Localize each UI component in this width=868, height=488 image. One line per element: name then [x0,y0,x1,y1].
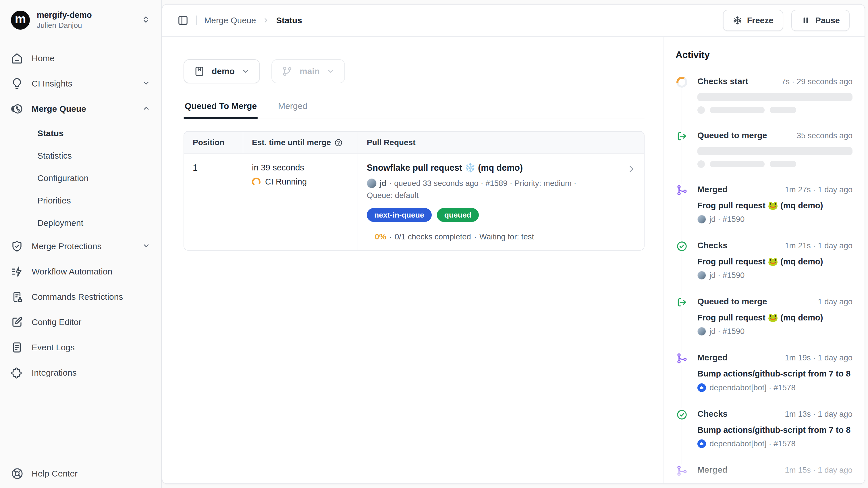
separator: · [474,232,476,241]
activity-item[interactable]: Checks start7s · 29 seconds ago [676,77,852,114]
git-branch-icon [282,66,293,77]
separator: · [389,232,392,241]
pr-queue: Queue: default [367,191,636,200]
chevron-down-icon [327,67,335,75]
help-center-label: Help Center [32,469,78,479]
activity-item[interactable]: Merged1m 27s · 1 day ago Frog pull reque… [676,184,852,224]
divider [196,16,197,25]
author-avatar [698,327,706,336]
tab-merged[interactable]: Merged [277,101,308,118]
org-switcher[interactable]: m mergify-demo Julien Danjou [5,6,156,34]
sidebar-item-merge-queue[interactable]: Merge Queue [5,98,156,120]
activity-byline: dependabot[bot] · #1578 [709,383,796,392]
table-row[interactable]: 1 in 39 seconds CI Running Snowflake pul… [184,154,644,250]
activity-pr-title: Frog pull request 🐸 (mq demo) [698,200,852,211]
pause-label: Pause [815,16,840,25]
sidebar-item-workflow-automation[interactable]: Workflow Automation [5,260,156,283]
queue-table: Position Est. time until merge Pull Requ… [184,131,645,251]
branch-value: main [300,66,320,76]
loading-skeleton [698,147,852,168]
queued-to-merge-icon [676,130,688,143]
activity-byline: jd · #1590 [709,215,744,224]
snowflake-icon [733,16,742,25]
sidebar-item-event-logs[interactable]: Event Logs [5,336,156,359]
sidebar-subitem-status[interactable]: Status [5,123,156,144]
queue-content: demo main Queued To Merge Merged [162,37,663,483]
activity-item[interactable]: Merged1m 19s · 1 day ago Bump actions/gi… [676,353,852,392]
row-expand-chevron-icon[interactable] [626,164,637,174]
shield-check-icon [11,240,23,252]
col-position: Position [193,138,224,147]
sidebar-item-label: Config Editor [32,317,150,327]
row-position: 1 [184,154,243,250]
freeze-label: Freeze [747,16,774,25]
freeze-button[interactable]: Freeze [723,10,783,31]
pause-icon [801,16,810,25]
author-avatar [698,215,706,224]
queue-tabs: Queued To Merge Merged [184,101,645,118]
lifebuoy-icon [11,467,24,480]
row-est-time: in 39 seconds [252,163,349,172]
sidebar-item-ci-insights[interactable]: CI Insights [5,73,156,95]
activity-item[interactable]: Merged1m 15s · 1 day ago Bump actions/se… [676,465,852,483]
sidebar-subitem-priorities[interactable]: Priorities [5,190,156,211]
queued-to-merge-icon [676,296,688,309]
git-merge-icon [676,184,688,197]
topbar: Merge Queue Status Freeze Pause [162,5,865,37]
ci-status: CI Running [265,177,307,186]
sidebar-item-config-editor[interactable]: Config Editor [5,311,156,334]
checks-start-spinner-icon [676,76,688,88]
activity-pr-title: Bump actions/github-script from 7 to 8 [698,425,852,436]
chevron-down-icon [142,79,150,88]
breadcrumb-merge-queue[interactable]: Merge Queue [204,16,256,25]
sidebar-subitem-configuration[interactable]: Configuration [5,168,156,189]
sidebar-item-label: Merge Queue [32,104,133,114]
sidebar-item-merge-protections[interactable]: Merge Protections [5,235,156,258]
sidebar-subitem-statistics[interactable]: Statistics [5,145,156,166]
puzzle-icon [11,367,23,379]
home-icon [11,52,23,64]
sidebar-item-integrations[interactable]: Integrations [5,362,156,384]
col-est-time: Est. time until merge [252,138,331,147]
label-queued[interactable]: queued [437,208,479,222]
help-center-link[interactable]: Help Center [11,467,150,480]
sidebar-item-label: CI Insights [32,79,133,88]
activity-byline: jd · #1590 [709,271,744,280]
sidebar-item-label: Commands Restrictions [32,292,150,302]
activity-item[interactable]: Queued to merge35 seconds ago [676,131,852,168]
activity-item[interactable]: Queued to merge1 day ago Frog pull reque… [676,296,852,336]
activity-item[interactable]: Checks1m 13s · 1 day ago Bump actions/gi… [676,409,852,448]
activity-byline: jd · #1590 [709,327,744,336]
check-circle-icon [676,240,688,253]
branch-select: main [272,59,345,83]
label-next-in-queue[interactable]: next-in-queue [367,208,432,222]
pause-button[interactable]: Pause [791,10,849,31]
activity-panel: Activity Checks start7s · 29 seconds ago [663,37,865,483]
sidebar-item-home[interactable]: Home [5,47,156,69]
sidebar-toggle-icon[interactable] [177,15,189,26]
author-avatar [367,178,377,188]
tab-queued-to-merge[interactable]: Queued To Merge [184,101,258,118]
activity-item[interactable]: Checks1m 21s · 1 day ago Frog pull reque… [676,240,852,280]
dependabot-icon [698,383,706,392]
chevron-right-icon [262,17,270,24]
sidebar-item-commands-restrictions[interactable]: Commands Restrictions [5,286,156,308]
sidebar-subitem-deployment[interactable]: Deployment [5,213,156,233]
col-pull-request: Pull Request [367,138,415,147]
org-user: Julien Danjou [37,21,135,30]
activity-pr-title: Bump actions/github-script from 7 to 8 [698,368,852,379]
git-merge-icon [676,352,688,365]
repository-select[interactable]: demo [184,59,260,83]
loading-skeleton [698,93,852,114]
help-circle-icon[interactable] [334,139,343,147]
repository-value: demo [212,66,235,76]
sidebar-item-label: Event Logs [32,343,150,352]
pr-author: jd [379,177,386,189]
pr-title[interactable]: Snowflake pull request ❄️ (mq demo) [367,163,636,173]
workflow-bolt-icon [11,265,23,278]
edit-icon [11,316,23,328]
sidebar: m mergify-demo Julien Danjou Home CI Ins… [0,0,162,488]
chevron-up-icon [142,104,150,114]
sidebar-nav: Home CI Insights Merge Queue Status Stat… [0,47,161,467]
table-header: Position Est. time until merge Pull Requ… [184,132,644,154]
